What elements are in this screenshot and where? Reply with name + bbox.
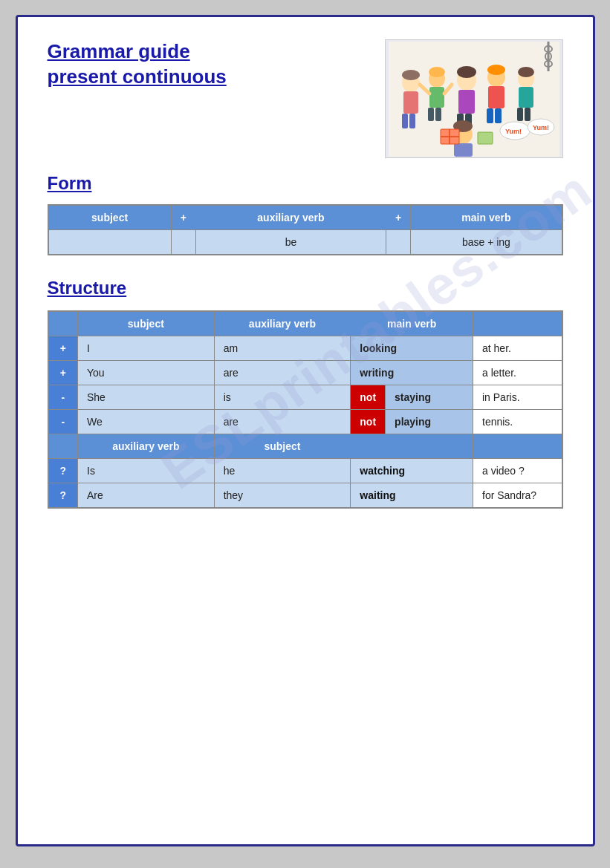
qh-col2: auxiliary verb [78,434,215,459]
table-row: ? Are they waiting for Sandra? [48,483,562,509]
marker-plus-2: + [48,361,78,385]
not-badge-2: not [351,410,386,434]
table-row: + I am looking at her. [48,336,562,361]
mainverb-4: playing [386,410,473,434]
illustration-svg: Yum! Yum! [389,42,559,157]
svg-point-17 [457,66,476,78]
qextra-1: a video ? [473,459,562,483]
svg-point-22 [487,65,505,75]
qauxverb-2: they [214,483,351,509]
extra-3: in Paris. [473,385,562,410]
svg-rect-3 [402,114,408,128]
svg-rect-19 [488,86,504,108]
subject-1: I [78,336,215,361]
qextra-2: for Sandra? [473,483,562,509]
header-section: Grammar guide present continuous [48,39,563,158]
mainverb-2: writing [351,361,473,385]
table-row: ? Is he watching a video ? [48,459,562,483]
extra-4: tennis. [473,410,562,434]
table-row: - We are not playing tennis. [48,410,562,434]
svg-rect-14 [458,90,475,114]
qauxverb-1: he [214,459,351,483]
main-title: Grammar guide present continuous [48,39,385,90]
sh-col4: main verb [351,311,473,336]
form-header-subject: subject [48,205,172,230]
qmainverb-1: watching [351,459,473,483]
page: ESLprintables.com Grammar guide present … [16,15,595,846]
svg-rect-34 [478,132,493,144]
form-header-plus1: + [171,205,195,230]
qh-col5 [473,434,562,459]
extra-1: at her. [473,336,562,361]
svg-rect-26 [525,108,530,121]
mainverb-1: looking [351,336,473,361]
form-section-title: Form [48,173,563,194]
marker-q-1: ? [48,459,78,483]
form-row-subject [48,230,172,255]
svg-point-5 [402,70,420,80]
form-row-baseplus: base + ing [411,230,562,255]
subject-4: We [78,410,215,434]
form-row-plus1 [171,230,195,255]
auxverb-2: are [214,361,351,385]
table-row: - She is not staying in Paris. [48,385,562,410]
sh-col2: subject [78,311,215,336]
svg-rect-9 [435,108,441,121]
svg-text:Yum!: Yum! [505,128,522,135]
svg-rect-25 [517,108,523,121]
structure-section-title: Structure [48,278,563,298]
title-block: Grammar guide present continuous [48,39,385,90]
title-line2: present continuous [48,65,227,88]
subject-3: She [78,385,215,410]
form-header-auxiliary: auxiliary verb [195,205,386,230]
svg-rect-7 [429,87,444,108]
marker-plus-1: + [48,336,78,361]
extra-2: a letter. [473,361,562,385]
auxverb-1: am [214,336,351,361]
form-row-plus2 [386,230,411,255]
question-header-row: auxiliary verb subject [48,434,562,459]
qsubject-2: Are [78,483,215,509]
table-row: + You are writing a letter. [48,361,562,385]
structure-table: subject auxiliary verb main verb + I am … [48,310,563,509]
svg-rect-24 [519,87,533,108]
illustration: Yum! Yum! [385,39,563,158]
svg-rect-8 [428,108,434,121]
marker-q-2: ? [48,483,78,509]
svg-rect-29 [454,143,473,157]
form-table: subject + auxiliary verb + main verb be … [48,204,563,255]
sh-col1 [48,311,78,336]
qh-col1 [48,434,78,459]
subject-2: You [78,361,215,385]
auxverb-3: is [214,385,351,410]
title-line1: Grammar guide [48,40,190,62]
form-header-plus2: + [386,205,411,230]
structure-header-row: subject auxiliary verb main verb [48,311,562,336]
qh-col4 [351,434,473,459]
svg-rect-2 [403,91,418,114]
marker-minus-2: - [48,410,78,434]
not-badge-1: not [351,385,386,410]
svg-rect-4 [409,114,415,128]
sh-col5 [473,311,562,336]
qsubject-1: Is [78,459,215,483]
qh-col3: subject [214,434,351,459]
svg-rect-21 [495,108,502,123]
svg-rect-20 [487,108,493,123]
svg-point-10 [429,67,445,77]
qmainverb-2: waiting [351,483,473,509]
auxverb-4: are [214,410,351,434]
svg-point-27 [518,67,534,77]
form-row-be: be [195,230,386,255]
form-header-mainverb: main verb [411,205,562,230]
sh-col3: auxiliary verb [214,311,351,336]
marker-minus-1: - [48,385,78,410]
svg-text:Yum!: Yum! [533,124,549,131]
mainverb-3: staying [386,385,473,410]
